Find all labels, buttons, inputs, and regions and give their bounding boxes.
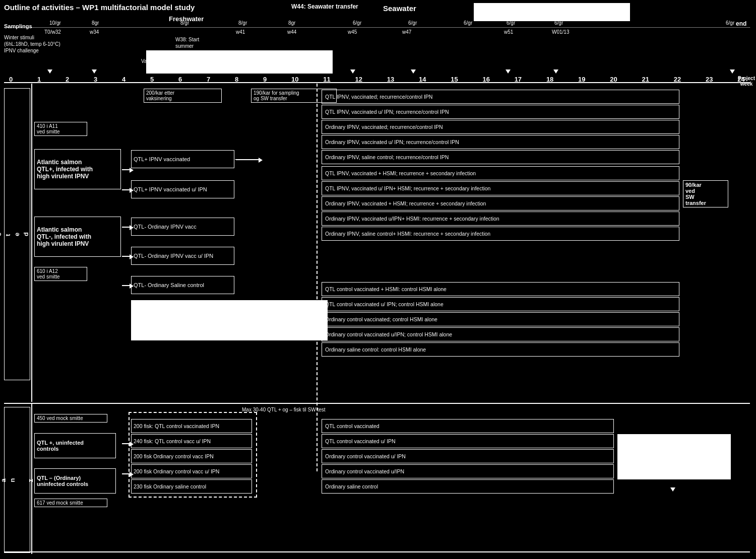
right-group-15: Ordinary saline control: control HSMI al… — [322, 342, 679, 357]
right-group-13: Ordinary control vaccinated; control HSM… — [322, 312, 679, 326]
a12-box: 610 i A12ved smitte — [34, 267, 87, 281]
infected-zone-left-border — [31, 84, 32, 402]
arrow-qtlminus-to-vaccnoipn — [130, 254, 134, 259]
qtl-plus-salmon-box: Atlantic salmonQTL+, infected withhigh v… — [34, 149, 121, 189]
arrow-w47 — [411, 69, 416, 74]
right-group-1: QTL IPNV, vaccinated; recurrence/control… — [322, 90, 679, 104]
dashed-line-week12 — [317, 84, 318, 471]
week-w44: w44 — [287, 29, 296, 35]
sample-6gr-4: 6/gr — [507, 20, 515, 26]
w44-label: W44: Seawater transfer — [291, 3, 358, 10]
arrow-w0 — [47, 69, 52, 74]
page-title: Outline of activities – WP1 multifactori… — [4, 3, 195, 12]
right-group-2: QTL IPNV, vaccinated u/ IPN; recurrence/… — [322, 105, 679, 119]
90-kar-box: 90/karvedSWtransfer — [683, 180, 728, 207]
end-label: end — [736, 20, 746, 27]
qtl-minus-saline-box: QTL- Ordinary Saline control — [131, 276, 234, 294]
week-w0113: W01/13 — [552, 29, 569, 35]
qtl-minus-uninfected-box: QTL – (Ordinary)uninfected controls — [34, 468, 116, 494]
arrow-clean-end — [670, 487, 675, 492]
clean-right-5: Ordinary saline control — [322, 479, 614, 494]
mock-smitte-617-box: 617 ved mock smitte — [34, 499, 107, 507]
arrow-w45 — [350, 69, 355, 74]
seawater-white-box — [474, 3, 630, 21]
qtl-minus-salmon-box: Atlantic salmonQTL-, infected withhigh v… — [34, 217, 121, 257]
clean-right-white-box — [617, 434, 731, 479]
arrow-w0113 — [553, 69, 558, 74]
winter-stimuli: Winter stimuli(6hL:18hD, temp 6-10°C)IPN… — [4, 34, 60, 54]
mock-smitte-450-box: 450 ved mock smitte — [34, 414, 107, 423]
sample-8gr-4: 8gr — [288, 20, 295, 26]
arrow-end — [730, 69, 735, 74]
sample-6gr-3: 6/gr — [464, 20, 472, 26]
arrow-vacc-to-right1 — [259, 158, 263, 163]
sample-6gr-end: 6/gr — [726, 20, 734, 26]
right-group-11: QTL control vaccinated + HSMI: control H… — [322, 282, 679, 296]
blank-white-area — [131, 300, 328, 340]
week-w51: w51 — [504, 29, 513, 35]
right-group-9: Ordinary IPNV, vaccinated u/IPN+ HSMI: r… — [322, 212, 679, 226]
right-group-5: Ordinary IPNV, saline control; recurrenc… — [322, 150, 679, 164]
arrow-w51 — [506, 69, 511, 74]
qtl-plus-vacc-box: QTL+ IPNV vaccinated — [131, 150, 234, 168]
sample-8gr-3: 8/gr — [238, 20, 247, 26]
week-w41: w41 — [236, 29, 245, 35]
clean-right-1: QTL control vaccinated — [322, 419, 614, 433]
arrow-qtlplus-to-vacc — [130, 168, 134, 173]
clean-zone-label-box: CLeanzone — [4, 407, 30, 553]
bottom-border — [4, 551, 750, 552]
right-group-3: Ordinary IPNV, vaccinated; recurrence/co… — [322, 120, 679, 134]
sample-6gr-5: 6/gr — [554, 20, 563, 26]
clean-right-3: Ordinary control vaccinated u/ IPN — [322, 449, 614, 463]
clean-zone-left-border — [31, 403, 32, 554]
dashed-conn-1 — [235, 159, 237, 160]
sample-6gr-1: 6/gr — [353, 20, 361, 26]
right-group-12: QTL control vaccinated u/ IPN; control H… — [322, 297, 679, 311]
clean-right-4: Ordinary control vaccinated u/IPN — [322, 464, 614, 478]
sample-10gr: 10/gr — [49, 20, 61, 26]
sampling-dotted-line — [4, 27, 750, 28]
infected-zone-label-box: Infectedzone — [4, 88, 30, 380]
week-w45: w45 — [348, 29, 357, 35]
arrow-w34 — [92, 69, 97, 74]
clean-right-2: QTL control vaccinated u/ IPN — [322, 434, 614, 448]
seawater-main-label: Seawater — [383, 4, 416, 13]
arrow-vaccination — [150, 64, 155, 68]
qtl-minus-ord-vacc-noipn-box: QTL- Ordinary IPNV vacc u/ IPN — [131, 247, 234, 265]
sample-8gr: 8gr — [92, 20, 99, 26]
right-group-14: Ordinary control vaccinated u/IPN; contr… — [322, 327, 679, 341]
qtl-minus-ord-vacc-box: QTL- Ordinary IPNV vacc — [131, 218, 234, 236]
line-vacc-to-right1 — [236, 159, 261, 160]
right-group-4: Ordinary IPNV, vaccinated u/ IPN; recurr… — [322, 135, 679, 149]
timeline-line — [4, 82, 750, 83]
clean-dashed-border — [129, 412, 257, 498]
arrow-w44 — [290, 69, 295, 74]
arrow-qtlplus-to-vaccnoipn — [130, 188, 134, 193]
zone-separator-line — [4, 403, 750, 404]
arrow-w38 — [179, 69, 184, 74]
qtl-plus-uninfected-box: QTL +, uninfectedcontrols — [34, 433, 116, 458]
main-container: Outline of activities – WP1 multifactori… — [0, 0, 756, 559]
samplings-label: Samplings — [4, 23, 32, 29]
right-group-7: QTL IPNV, vaccinated u/ IPN+ HSMI; recur… — [322, 181, 679, 195]
week-w47: w47 — [402, 29, 411, 35]
200-kar-box: 200/kar ettervaksinering — [144, 89, 222, 103]
sample-6gr-2: 6/gr — [408, 20, 417, 26]
arrow-w41 — [238, 69, 243, 74]
w38-label: W38: Startsummerstimuli (24hL,temp 8-10°… — [175, 36, 206, 62]
arrow-qtlminus-to-vacc — [130, 225, 134, 230]
vaccination-label: Vaccination — [141, 58, 167, 64]
qtl-plus-vacc-noipn-box: QTL+ IPNV vaccinated u/ IPN — [131, 180, 234, 198]
right-group-10: Ordinary IPNV, saline control+ HSMI: rec… — [322, 227, 679, 241]
sample-8gr-2: 8/gr — [180, 20, 189, 26]
week-w34: w34 — [90, 29, 99, 35]
right-group-8: Ordinary IPNV, vaccinated + HSMI; recurr… — [322, 196, 679, 211]
right-group-6: QTL IPNV, vaccinated + HSMI; recurrence … — [322, 166, 679, 180]
project-week-label: Projectweek — [738, 76, 755, 87]
arrow-qtlminus-to-saline — [130, 284, 134, 289]
a11-box: 410 i A11ved smitte — [34, 122, 87, 136]
